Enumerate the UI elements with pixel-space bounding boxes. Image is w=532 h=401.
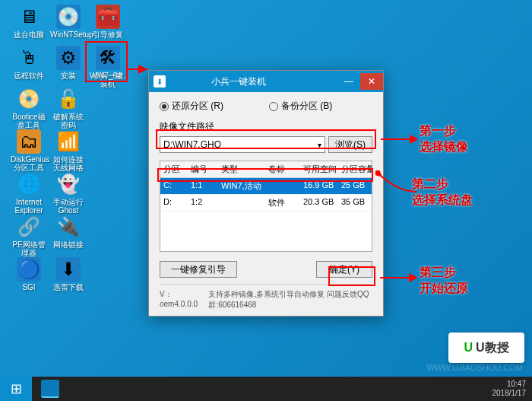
desktop-icon-label: Bootice磁盘工具 <box>11 113 47 129</box>
col-free: 可用空间 <box>300 161 338 177</box>
footer-text: 支持多种镜像,多系统引导自动修复 问题反馈QQ群:606616468 <box>208 289 372 310</box>
desktop-icon-label: 引导修复 <box>90 30 126 39</box>
desktop-icon-label: 安装 <box>50 72 87 80</box>
desktop-icon-label: 这台电脑 <box>11 30 47 39</box>
desktop-icon-label: 破解系统密码 <box>50 113 87 129</box>
radio-backup[interactable]: 备份分区 (B) <box>269 100 332 113</box>
desktop-icon-label: 手动运行Ghost <box>50 198 87 215</box>
annotation-step1: 第一步 选择镜像 <box>420 123 468 155</box>
col-type: 类型 <box>218 161 265 177</box>
app-icon: 🌐 <box>17 172 41 196</box>
radio-dot-icon <box>269 102 278 111</box>
taskbar[interactable]: ⊞ 10:47 2018/1/17 <box>0 377 532 401</box>
desktop-icon[interactable]: 🔗PE网络管理器 <box>11 215 47 257</box>
dialog-titlebar[interactable]: ⬇ 小兵一键装机 — ✕ <box>149 71 383 92</box>
col-label: 卷标 <box>265 161 300 177</box>
minimize-button[interactable]: — <box>337 73 360 90</box>
table-row[interactable]: D: 1:2 软件 20.3 GB 35 GB <box>160 195 372 212</box>
desktop-icon-label: 网络链接 <box>50 240 87 249</box>
desktop-icon-label: 如何连接无线网络 <box>50 155 87 172</box>
app-icon: 💿 <box>56 5 81 29</box>
radio-restore-label: 还原分区 (R) <box>172 100 223 113</box>
app-icon: 🔗 <box>17 215 41 239</box>
desktop-icon-label: WinNTSetup <box>50 30 87 39</box>
ok-button[interactable]: 确定(Y) <box>316 261 372 278</box>
desktop-icon-label: SGI <box>11 283 47 291</box>
installer-dialog: ⬇ 小兵一键装机 — ✕ 还原分区 (R) 备份分区 (B) 映像文件路径 D:… <box>148 70 384 317</box>
desktop-icon[interactable]: 💿WinNTSetup <box>50 5 87 39</box>
taskbar-app-icon[interactable] <box>35 378 65 399</box>
app-icon: 🗂 <box>17 129 41 154</box>
installer-icon-highlighted[interactable]: 🛠 小兵一键装机 <box>90 46 126 88</box>
table-header: 分区 编号 类型 卷标 可用空间 分区容量 <box>160 161 372 178</box>
start-button[interactable]: ⊞ <box>0 377 32 401</box>
desktop-icon-label: Internet Explorer <box>11 198 47 215</box>
partition-table[interactable]: 分区 编号 类型 卷标 可用空间 分区容量 C: 1:1 WIN7,活动 16.… <box>160 161 372 252</box>
repair-boot-button[interactable]: 一键修复引导 <box>160 261 237 278</box>
desktop-icon[interactable]: 🌐Internet Explorer <box>11 172 47 215</box>
app-icon: 🔵 <box>17 257 41 282</box>
desktop-icon[interactable]: 🔌网络链接 <box>50 215 87 249</box>
annotation-step3: 第三步 开始还原 <box>420 265 468 297</box>
desktop-icon[interactable]: 🔓破解系统密码 <box>50 87 87 129</box>
app-icon: 🔌 <box>56 215 81 239</box>
clock-time: 10:47 <box>492 380 527 389</box>
browse-button[interactable]: 浏览(S) <box>328 136 372 153</box>
watermark: WWW.UJIAOSHOU.COM <box>427 363 524 372</box>
col-size: 分区容量 <box>338 161 372 177</box>
image-path-value: D:\WIN7.GHO <box>163 139 221 150</box>
app-icon: ⚙ <box>56 46 81 70</box>
desktop-icon[interactable]: 🗂DiskGenius分区工具 <box>11 129 47 172</box>
desktop-icon[interactable]: 🔵SGI <box>11 257 47 291</box>
table-row[interactable]: C: 1:1 WIN7,活动 16.9 GB 25 GB <box>160 178 372 195</box>
app-icon: ⬇ <box>56 257 81 282</box>
app-icon: 🖥 <box>17 5 41 29</box>
close-button[interactable]: ✕ <box>360 73 383 90</box>
desktop-icon-label: 远程软件 <box>11 72 47 80</box>
brand-logo: UU教授 <box>448 333 524 363</box>
app-icon: 🖱 <box>17 46 41 70</box>
col-partition: 分区 <box>160 161 188 177</box>
desktop-icon[interactable]: 👻手动运行Ghost <box>50 172 87 215</box>
app-icon: 🧰 <box>96 5 120 29</box>
desktop-icon[interactable]: 📶如何连接无线网络 <box>50 129 87 172</box>
dialog-footer: V：oem4.0.0.0 支持多种镜像,多系统引导自动修复 问题反馈QQ群:60… <box>160 284 372 310</box>
desktop-icon[interactable]: 🖱远程软件 <box>11 46 47 80</box>
desktop-icon-label: 迅雷下载 <box>50 283 87 291</box>
col-number: 编号 <box>188 161 218 177</box>
annotation-step2: 第二步 选择系统盘 <box>412 177 473 208</box>
app-icon: 📀 <box>17 87 41 111</box>
desktop-icon-label: DiskGenius分区工具 <box>11 155 47 172</box>
image-path-combobox[interactable]: D:\WIN7.GHO ▾ <box>160 136 325 153</box>
app-icon: 🔓 <box>56 87 81 111</box>
dropdown-icon: ▾ <box>318 141 321 149</box>
app-icon: 📶 <box>56 129 81 154</box>
desktop-icon[interactable]: ⬇迅雷下载 <box>50 257 87 291</box>
path-label: 映像文件路径 <box>160 120 372 133</box>
dialog-title: 小兵一键装机 <box>170 75 337 88</box>
radio-backup-label: 备份分区 (B) <box>281 100 332 113</box>
desktop-icon[interactable]: 🧰引导修复 <box>90 5 126 39</box>
desktop-icon[interactable]: 📀Bootice磁盘工具 <box>11 87 47 129</box>
system-tray[interactable]: 10:47 2018/1/17 <box>492 380 533 398</box>
desktop-icon[interactable]: 🖥这台电脑 <box>11 5 47 39</box>
app-icon: 👻 <box>56 172 81 196</box>
radio-dot-icon <box>160 102 169 111</box>
footer-version: V：oem4.0.0.0 <box>160 289 199 310</box>
clock-date: 2018/1/17 <box>492 389 527 398</box>
installer-icon-label: 小兵一键装机 <box>90 72 126 88</box>
desktop-icon-label: PE网络管理器 <box>11 240 47 257</box>
desktop-icon[interactable]: ⚙安装 <box>50 46 87 80</box>
radio-restore[interactable]: 还原分区 (R) <box>160 100 223 113</box>
dialog-app-icon: ⬇ <box>154 75 166 88</box>
